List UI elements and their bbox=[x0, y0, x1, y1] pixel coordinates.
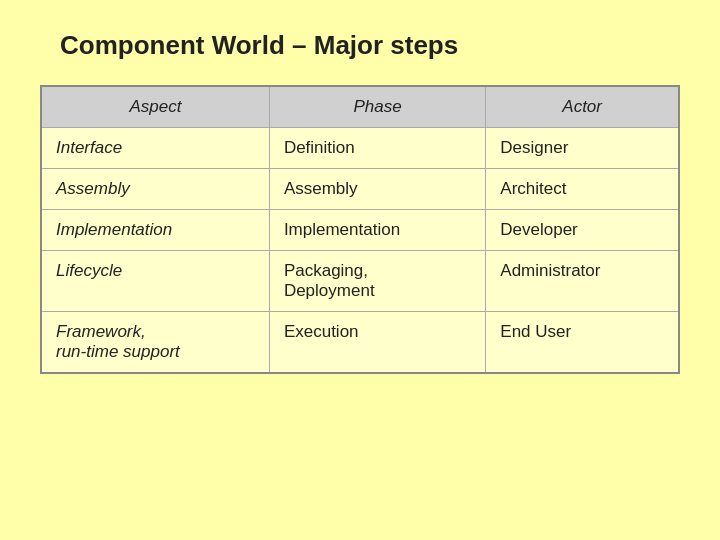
table-row: LifecyclePackaging,DeploymentAdministrat… bbox=[41, 251, 679, 312]
page-title: Component World – Major steps bbox=[60, 30, 458, 61]
table-cell-r3-c1: Packaging,Deployment bbox=[269, 251, 485, 312]
col-header-aspect: Aspect bbox=[41, 86, 269, 128]
table-cell-r4-c1: Execution bbox=[269, 312, 485, 374]
table-cell-r4-c0: Framework,run-time support bbox=[41, 312, 269, 374]
table-row: AssemblyAssemblyArchitect bbox=[41, 169, 679, 210]
table-cell-r3-c0: Lifecycle bbox=[41, 251, 269, 312]
table-cell-r4-c2: End User bbox=[486, 312, 679, 374]
table-cell-r1-c0: Assembly bbox=[41, 169, 269, 210]
table-cell-r2-c1: Implementation bbox=[269, 210, 485, 251]
table-row: InterfaceDefinitionDesigner bbox=[41, 128, 679, 169]
col-header-actor: Actor bbox=[486, 86, 679, 128]
table-cell-r1-c2: Architect bbox=[486, 169, 679, 210]
table-row: Framework,run-time supportExecutionEnd U… bbox=[41, 312, 679, 374]
table-cell-r0-c2: Designer bbox=[486, 128, 679, 169]
table-cell-r2-c2: Developer bbox=[486, 210, 679, 251]
col-header-phase: Phase bbox=[269, 86, 485, 128]
table-cell-r1-c1: Assembly bbox=[269, 169, 485, 210]
table-cell-r0-c1: Definition bbox=[269, 128, 485, 169]
table-cell-r0-c0: Interface bbox=[41, 128, 269, 169]
main-table: Aspect Phase Actor InterfaceDefinitionDe… bbox=[40, 85, 680, 374]
table-row: ImplementationImplementationDeveloper bbox=[41, 210, 679, 251]
table-cell-r3-c2: Administrator bbox=[486, 251, 679, 312]
table-cell-r2-c0: Implementation bbox=[41, 210, 269, 251]
table-header-row: Aspect Phase Actor bbox=[41, 86, 679, 128]
